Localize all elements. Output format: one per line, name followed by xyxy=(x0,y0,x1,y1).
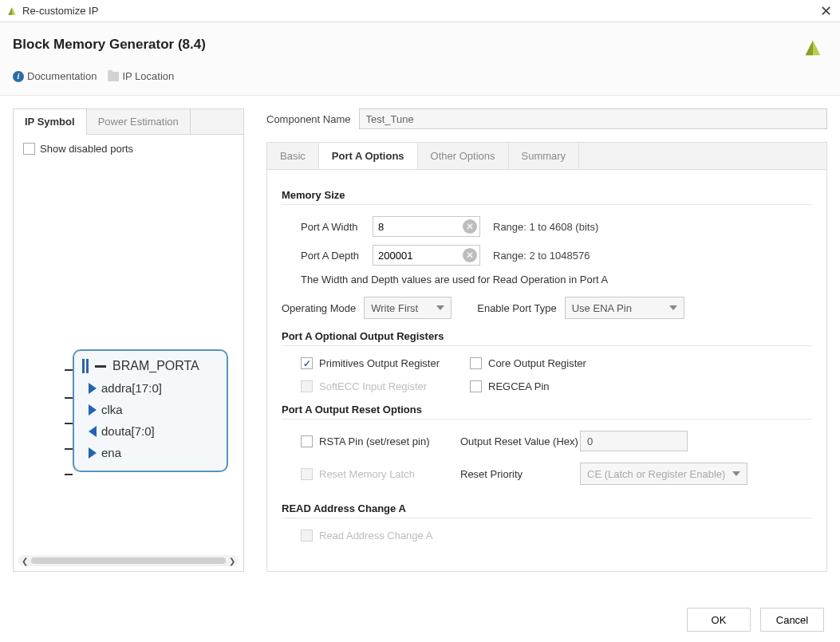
tab-other-options[interactable]: Other Options xyxy=(418,143,509,169)
vendor-logo-icon xyxy=(802,37,824,59)
scroll-thumb[interactable] xyxy=(31,557,226,564)
port-stub xyxy=(65,423,73,424)
bus-icon xyxy=(82,359,89,373)
right-panel-body: Memory Size Port A Width ✕ Range: 1 to 4… xyxy=(266,169,827,572)
rsta-pin-checkbox[interactable] xyxy=(301,435,313,447)
port-stub xyxy=(65,397,73,399)
port-a-width-range: Range: 1 to 4608 (bits) xyxy=(493,221,598,233)
section-read-address-change: READ Address Change A xyxy=(282,502,812,514)
output-arrow-icon xyxy=(89,426,97,437)
info-icon: i xyxy=(13,71,24,82)
tab-power-estimation[interactable]: Power Estimation xyxy=(87,109,191,134)
memory-size-note: The Width and Depth values are used for … xyxy=(301,274,812,286)
enable-port-type-label: Enable Port Type xyxy=(477,302,557,314)
footer: OK Cancel xyxy=(0,597,840,642)
core-output-register-checkbox[interactable] xyxy=(470,357,482,369)
chevron-down-icon xyxy=(732,471,740,476)
port-a-depth-label: Port A Depth xyxy=(301,250,365,262)
port-addra: addra[17:0] xyxy=(89,381,220,395)
reset-priority-label: Reset Priority xyxy=(460,468,580,480)
collapse-icon[interactable] xyxy=(95,365,106,368)
left-panel: IP Symbol Power Estimation Show disabled… xyxy=(13,108,244,572)
tab-summary[interactable]: Summary xyxy=(509,143,580,169)
chevron-down-icon xyxy=(436,305,444,310)
softecc-input-register-label: SoftECC Input Register xyxy=(319,380,427,392)
read-address-change-checkbox xyxy=(301,530,313,542)
chevron-down-icon xyxy=(669,305,677,310)
section-output-reset: Port A Output Reset Options xyxy=(282,404,812,416)
tab-port-a-options[interactable]: Port A Options xyxy=(319,142,418,169)
folder-icon xyxy=(108,72,119,81)
port-stub xyxy=(65,369,73,371)
titlebar: Re-customize IP ✕ xyxy=(0,0,840,22)
main: IP Symbol Power Estimation Show disabled… xyxy=(0,96,840,585)
section-output-registers: Port A Optional Output Registers xyxy=(282,330,812,342)
operating-mode-label: Operating Mode xyxy=(282,302,356,314)
port-stub xyxy=(65,448,73,450)
divider xyxy=(282,204,812,205)
port-ena: ena xyxy=(89,446,220,459)
ip-location-link[interactable]: IP Location xyxy=(108,70,174,82)
port-clka: clka xyxy=(89,403,220,416)
app-icon xyxy=(6,6,18,17)
primitives-output-register-checkbox[interactable] xyxy=(301,357,313,369)
clear-icon[interactable]: ✕ xyxy=(463,219,477,234)
header: Block Memory Generator (8.4) i Documenta… xyxy=(0,22,840,96)
component-name-input[interactable] xyxy=(359,108,828,129)
scroll-right-icon[interactable]: ❯ xyxy=(229,557,235,565)
port-a-width-label: Port A Width xyxy=(301,221,365,233)
input-arrow-icon xyxy=(89,383,97,394)
tab-basic[interactable]: Basic xyxy=(267,143,319,169)
reset-priority-select: CE (Latch or Register Enable) xyxy=(580,463,747,485)
show-disabled-ports-label: Show disabled ports xyxy=(40,143,133,155)
horizontal-scrollbar[interactable]: ❮ ❯ xyxy=(18,555,239,566)
port-a-depth-range: Range: 2 to 1048576 xyxy=(493,250,590,262)
documentation-link[interactable]: i Documentation xyxy=(13,70,97,82)
output-reset-value-input[interactable] xyxy=(580,431,688,451)
divider xyxy=(282,419,812,419)
enable-port-type-select[interactable]: Use ENA Pin xyxy=(565,297,684,319)
page-title: Block Memory Generator (8.4) xyxy=(13,37,206,53)
core-output-register-label: Core Output Register xyxy=(488,357,586,369)
regcea-pin-checkbox[interactable] xyxy=(470,380,482,392)
show-disabled-ports-checkbox[interactable] xyxy=(23,143,35,155)
cancel-button[interactable]: Cancel xyxy=(760,608,824,632)
right-panel: Component Name Basic Port A Options Othe… xyxy=(266,108,827,572)
input-arrow-icon xyxy=(89,404,97,416)
scroll-left-icon[interactable]: ❮ xyxy=(22,557,28,565)
softecc-input-register-checkbox xyxy=(301,380,313,392)
read-address-change-label: Read Address Change A xyxy=(319,530,432,542)
primitives-output-register-label: Primitives Output Register xyxy=(319,357,440,369)
ok-button[interactable]: OK xyxy=(687,608,751,632)
ip-symbol-diagram[interactable]: BRAM_PORTA addra[17:0] clka douta[7:0] xyxy=(23,160,234,544)
component-name-label: Component Name xyxy=(266,113,351,125)
tab-ip-symbol[interactable]: IP Symbol xyxy=(14,109,87,135)
close-icon[interactable]: ✕ xyxy=(820,4,832,18)
divider xyxy=(282,518,812,518)
reset-memory-latch-label: Reset Memory Latch xyxy=(319,468,415,480)
port-douta: douta[7:0] xyxy=(89,424,220,438)
input-arrow-icon xyxy=(89,447,97,459)
divider xyxy=(282,345,812,346)
left-tabs: IP Symbol Power Estimation xyxy=(14,109,243,135)
rsta-pin-label: RSTA Pin (set/reset pin) xyxy=(319,435,429,447)
regcea-pin-label: REGCEA Pin xyxy=(488,380,550,392)
output-reset-value-label: Output Reset Value (Hex) xyxy=(460,435,580,447)
right-tabs: Basic Port A Options Other Options Summa… xyxy=(266,142,827,169)
operating-mode-select[interactable]: Write First xyxy=(364,297,452,319)
block-title: BRAM_PORTA xyxy=(112,359,199,373)
bram-block: BRAM_PORTA addra[17:0] clka douta[7:0] xyxy=(73,349,228,472)
port-stub xyxy=(65,474,73,475)
window-title: Re-customize IP xyxy=(22,5,98,17)
clear-icon[interactable]: ✕ xyxy=(463,248,477,262)
section-memory-size: Memory Size xyxy=(282,189,812,201)
reset-memory-latch-checkbox xyxy=(301,468,313,480)
